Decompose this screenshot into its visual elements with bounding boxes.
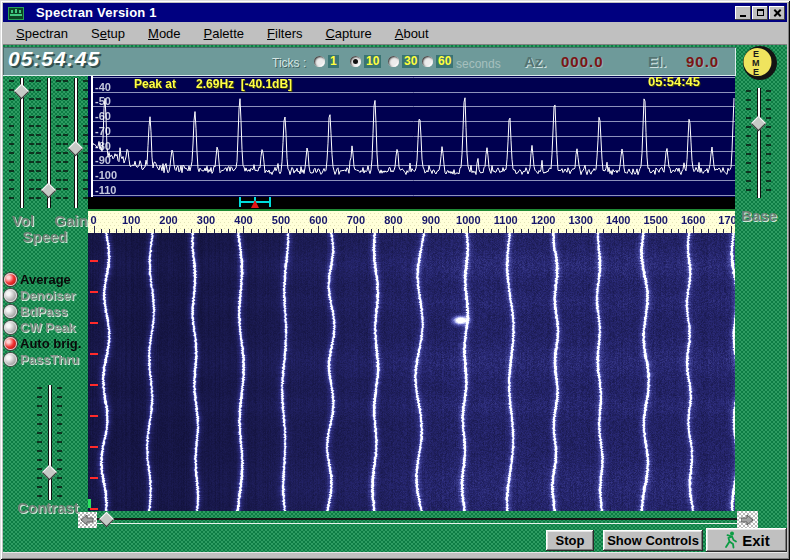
close-button[interactable] (769, 6, 785, 20)
toggle-cw-peak[interactable]: CW Peak (4, 319, 81, 335)
time-tick-10s (90, 508, 98, 510)
pan-right-button[interactable] (737, 511, 758, 528)
slider-thumb[interactable] (42, 465, 58, 481)
led-indicator (4, 321, 17, 334)
menu-item-capture[interactable]: Capture (325, 26, 371, 41)
maximize-button[interactable] (752, 6, 768, 20)
time-tick-10s (90, 415, 98, 417)
radio-icon (314, 56, 325, 67)
clock-display: 05:54:45 (8, 47, 100, 71)
eme-letter: E (753, 67, 759, 77)
speed-slider[interactable] (34, 78, 64, 208)
app-icon (8, 6, 24, 19)
stop-button[interactable]: Stop (546, 530, 594, 551)
menu-item-filters[interactable]: Filters (267, 26, 302, 41)
speed-label: Speed (14, 228, 76, 245)
slider-thumb[interactable] (14, 84, 30, 100)
stop-button-label: Stop (556, 533, 585, 548)
contrast-label: Contrast (8, 499, 88, 516)
radio-label: 30 (402, 55, 419, 68)
gain-label: Gain (50, 212, 92, 229)
marker-strip[interactable] (88, 197, 735, 209)
ticks-radio-30[interactable]: 30 (388, 55, 419, 68)
marker-arrow-icon (251, 200, 259, 208)
menu-item-about[interactable]: About (395, 26, 429, 41)
time-tick-10s (90, 353, 98, 355)
window-title: Spectran Version 1 (36, 5, 157, 20)
show-controls-label: Show Controls (607, 533, 699, 548)
arrow-left-icon (81, 515, 94, 525)
time-tick-10s (90, 291, 98, 293)
exit-button[interactable]: Exit (706, 528, 787, 552)
toggle-bdpass[interactable]: BdPass (4, 303, 81, 319)
toggle-list: AverageDenoiserBdPassCW PeakAuto brig.Pa… (4, 271, 81, 367)
slider-thumb[interactable] (41, 183, 57, 199)
ticks-radio-60[interactable]: 60 (422, 55, 453, 68)
spectrum-clock: 05:54:45 (648, 74, 700, 89)
led-indicator (4, 273, 17, 286)
marker-left-tick (239, 197, 241, 207)
toggle-passthru[interactable]: PassThru (4, 351, 81, 367)
window-controls (735, 6, 785, 20)
toggle-denoiser[interactable]: Denoiser (4, 287, 81, 303)
vol-label: Vol (6, 212, 40, 229)
title-bar[interactable]: Spectran Version 1 (3, 3, 787, 22)
led-indicator (4, 337, 17, 350)
running-man-icon (723, 531, 738, 549)
toggle-label: Average (20, 272, 71, 287)
time-tick-10s (90, 260, 98, 262)
led-indicator (4, 289, 17, 302)
close-icon (773, 9, 782, 17)
toggle-average[interactable]: Average (4, 271, 81, 287)
seconds-label: seconds (456, 57, 501, 71)
contrast-slider[interactable] (35, 385, 65, 500)
peak-readout: Peak at 2.69Hz [-40.1dB] (134, 77, 292, 91)
time-tick-10s (90, 384, 98, 386)
azimuth-value: 000.0 (561, 53, 604, 70)
exit-button-label: Exit (742, 532, 770, 549)
frequency-scale[interactable] (88, 211, 735, 233)
toggle-label: Auto brig. (20, 336, 81, 351)
toggle-auto-brig[interactable]: Auto brig. (4, 335, 81, 351)
menu-item-setup[interactable]: Setup (91, 26, 125, 41)
radio-label: 60 (436, 55, 453, 68)
toggle-label: Denoiser (20, 288, 76, 303)
slider-thumb[interactable] (68, 141, 84, 157)
vol-slider[interactable] (7, 78, 37, 208)
gain-slider[interactable] (61, 78, 91, 208)
menu-item-palette[interactable]: Palette (204, 26, 244, 41)
ticks-radio-1[interactable]: 1 (314, 55, 339, 68)
base-label: Base (737, 207, 781, 224)
ticks-radio-10[interactable]: 10 (350, 55, 381, 68)
azimuth-label: Az. (524, 53, 547, 70)
toggle-label: PassThru (20, 352, 79, 367)
radio-label: 1 (328, 55, 339, 68)
radio-label: 10 (364, 55, 381, 68)
elevation-label: El. (648, 53, 666, 70)
elevation-value: 90.0 (686, 53, 719, 70)
waterfall-green-marker (88, 499, 91, 508)
base-slider[interactable] (744, 88, 774, 198)
radio-icon (388, 56, 399, 67)
radio-icon (422, 56, 433, 67)
led-indicator (4, 353, 17, 366)
pan-left-button[interactable] (78, 512, 97, 528)
passband-marker[interactable] (239, 197, 271, 209)
marker-right-tick (269, 197, 271, 207)
toggle-label: BdPass (20, 304, 68, 319)
eme-logo: E M E (742, 45, 778, 81)
window-bottom-frame (3, 552, 787, 558)
maximize-icon (757, 9, 764, 16)
ticks-label: Ticks : (272, 56, 306, 70)
slider-thumb[interactable] (751, 116, 767, 132)
menu-item-mode[interactable]: Mode (148, 26, 181, 41)
minimize-button[interactable] (735, 6, 751, 20)
show-controls-button[interactable]: Show Controls (603, 530, 703, 551)
menu-bar: SpectranSetupModePaletteFiltersCaptureAb… (3, 22, 787, 45)
spectran-window: Spectran Version 1 SpectranSetupModePale… (0, 0, 790, 560)
menu-item-spectran[interactable]: Spectran (16, 26, 68, 41)
led-indicator (4, 305, 17, 318)
toggle-label: CW Peak (20, 320, 76, 335)
pan-slider-track[interactable] (97, 518, 737, 524)
waterfall-display[interactable] (88, 233, 735, 511)
